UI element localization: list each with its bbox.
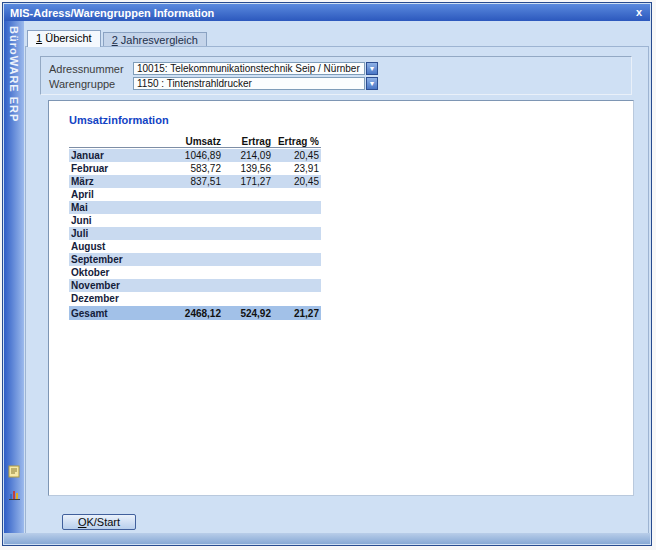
tab-uebersicht-label: 1 Übersicht	[36, 32, 92, 44]
warengruppe-dropdown-button[interactable]: ▼	[366, 77, 378, 90]
row-label: August	[69, 241, 161, 252]
row-umsatz: 837,51	[161, 176, 221, 187]
row-label: Oktober	[69, 267, 161, 278]
warengruppe-label: Warengruppe	[49, 78, 133, 90]
warengruppe-row: Warengruppe 1150 : Tintenstrahldrucker ▼	[49, 76, 631, 91]
table-total-row: Gesamt 2468,12 524,92 21,27	[69, 306, 321, 320]
report-panel: Umsatzinformation Umsatz Ertrag Ertrag %…	[48, 100, 634, 496]
table-row: März 837,51 171,27 20,45	[69, 175, 321, 188]
umsatz-table: Umsatz Ertrag Ertrag % Januar 1046,89 21…	[69, 134, 321, 320]
row-ertrag-pct: 23,91	[271, 163, 319, 174]
close-icon[interactable]: x	[631, 5, 647, 20]
table-row: Juni	[69, 214, 321, 227]
table-row: April	[69, 188, 321, 201]
table-row: August	[69, 240, 321, 253]
row-label: September	[69, 254, 161, 265]
row-label: Juli	[69, 228, 161, 239]
row-ertrag: 214,09	[221, 150, 271, 161]
row-ertrag-pct: 20,45	[271, 176, 319, 187]
desktop: MIS-Adress/Warengruppen Information x Bü…	[0, 0, 656, 550]
row-umsatz: 1046,89	[161, 150, 221, 161]
title-bar[interactable]: MIS-Adress/Warengruppen Information x	[4, 4, 650, 21]
table-row: November	[69, 279, 321, 292]
warengruppe-field[interactable]: 1150 : Tintenstrahldrucker	[133, 77, 365, 90]
note-icon[interactable]	[8, 464, 21, 482]
row-ertrag-pct: 20,45	[271, 150, 319, 161]
total-label: Gesamt	[69, 308, 161, 319]
row-label: Juni	[69, 215, 161, 226]
total-ertrag-pct: 21,27	[271, 308, 319, 319]
table-row: Januar 1046,89 214,09 20,45	[69, 149, 321, 162]
table-row: Mai	[69, 201, 321, 214]
row-umsatz: 583,72	[161, 163, 221, 174]
total-umsatz: 2468,12	[161, 308, 221, 319]
window-bottom-band	[4, 533, 650, 544]
brand-sidebar: BüroWARE ERP	[4, 21, 24, 535]
row-label: März	[69, 176, 161, 187]
table-header: Umsatz Ertrag Ertrag %	[69, 134, 321, 148]
total-ertrag: 524,92	[221, 308, 271, 319]
adressnummer-field[interactable]: 10015: Telekommunikationstechnik Seip / …	[133, 62, 365, 75]
chart-icon[interactable]	[8, 487, 21, 505]
ok-start-button[interactable]: OK/Start	[62, 514, 136, 530]
row-label: April	[69, 189, 161, 200]
table-row: Oktober	[69, 266, 321, 279]
table-row: Dezember	[69, 292, 321, 305]
tab-uebersicht[interactable]: 1 Übersicht	[27, 30, 101, 47]
table-row: Februar 583,72 139,56 23,91	[69, 162, 321, 175]
tab-jahresvergleich-label: 2 Jahresvergleich	[112, 34, 198, 46]
selector-groupbox: Adressnummer 10015: Telekommunikationste…	[40, 56, 632, 95]
row-label: November	[69, 280, 161, 291]
row-ertrag: 171,27	[221, 176, 271, 187]
header-umsatz: Umsatz	[161, 136, 221, 147]
adressnummer-dropdown-button[interactable]: ▼	[366, 62, 378, 75]
adressnummer-row: Adressnummer 10015: Telekommunikationste…	[49, 61, 631, 76]
sidebar-icons	[4, 464, 24, 505]
table-row: September	[69, 253, 321, 266]
table-row: Juli	[69, 227, 321, 240]
tab-strip: 1 Übersicht 2 Jahresvergleich	[27, 30, 207, 47]
report-inner: Umsatzinformation Umsatz Ertrag Ertrag %…	[49, 101, 633, 320]
tab-jahresvergleich[interactable]: 2 Jahresvergleich	[103, 32, 207, 47]
adressnummer-label: Adressnummer	[49, 63, 133, 75]
row-label: Februar	[69, 163, 161, 174]
header-ertrag: Ertrag	[221, 136, 271, 147]
row-label: Januar	[69, 150, 161, 161]
header-ertrag-pct: Ertrag %	[271, 136, 319, 147]
window-title: MIS-Adress/Warengruppen Information	[4, 7, 631, 19]
report-title: Umsatzinformation	[69, 114, 633, 126]
ok-start-label: OK/Start	[78, 516, 120, 528]
brand-text: BüroWARE ERP	[8, 26, 20, 122]
app-window: MIS-Adress/Warengruppen Information x Bü…	[2, 2, 652, 546]
row-label: Dezember	[69, 293, 161, 304]
row-label: Mai	[69, 202, 161, 213]
row-ertrag: 139,56	[221, 163, 271, 174]
tab-page-uebersicht: Adressnummer 10015: Telekommunikationste…	[25, 46, 649, 535]
